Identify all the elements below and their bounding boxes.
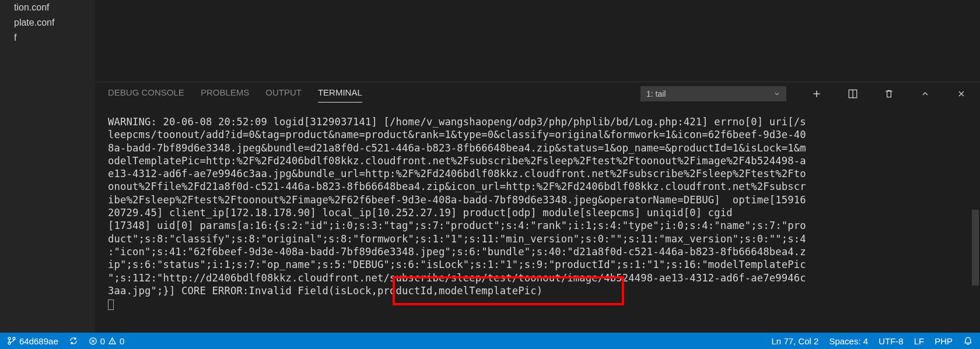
tab-problems[interactable]: PROBLEMS — [201, 85, 249, 102]
file-tree-item[interactable]: tion.conf — [0, 0, 95, 15]
file-label: f — [14, 33, 16, 43]
warning-icon — [108, 337, 117, 346]
terminal-cursor — [108, 299, 114, 310]
terminal-selector-dropdown[interactable]: 1: tail — [640, 86, 786, 101]
file-explorer-sidebar[interactable]: tion.conf plate.conf f — [0, 0, 95, 333]
git-branch-status[interactable]: 64d689ae — [7, 336, 58, 346]
bell-icon — [963, 336, 973, 346]
new-terminal-button[interactable] — [811, 88, 822, 100]
terminal-panel[interactable]: WARNING: 20-06-08 20:52:09 logid[3129037… — [95, 105, 980, 333]
kill-terminal-button[interactable] — [883, 88, 895, 100]
svg-point-7 — [112, 342, 113, 343]
encoding-status[interactable]: UTF-8 — [878, 336, 904, 346]
split-icon — [848, 89, 858, 99]
warning-count: 0 — [120, 336, 124, 346]
git-branch-label: 64d689ae — [19, 336, 58, 346]
svg-point-2 — [8, 337, 10, 340]
file-label: tion.conf — [14, 2, 49, 12]
git-branch-icon — [7, 336, 16, 346]
close-panel-button[interactable] — [956, 88, 967, 100]
cursor-position[interactable]: Ln 77, Col 2 — [772, 336, 819, 346]
tab-output[interactable]: OUTPUT — [265, 85, 302, 102]
tab-debug-console[interactable]: DEBUG CONSOLE — [108, 85, 184, 102]
language-mode[interactable]: PHP — [935, 336, 953, 346]
sync-status[interactable] — [69, 336, 78, 346]
chevron-down-icon — [774, 90, 780, 97]
error-count: 0 — [100, 336, 105, 346]
plus-icon — [811, 89, 822, 99]
terminal-output: WARNING: 20-06-08 20:52:09 logid[3129037… — [108, 115, 967, 310]
status-bar: 64d689ae 0 0 Ln 77, Col 2 Spaces: 4 UTF-… — [0, 333, 980, 349]
split-terminal-button[interactable] — [847, 88, 859, 100]
file-tree-item[interactable]: plate.conf — [0, 15, 95, 30]
error-icon — [89, 337, 97, 346]
file-label: plate.conf — [14, 17, 54, 27]
notifications-button[interactable] — [963, 336, 973, 346]
tab-terminal[interactable]: TERMINAL — [318, 85, 362, 103]
terminal-scrollbar[interactable] — [972, 210, 979, 285]
trash-icon — [884, 89, 894, 99]
editor-viewport[interactable] — [95, 0, 980, 82]
svg-point-4 — [13, 337, 15, 340]
problems-status[interactable]: 0 0 — [89, 336, 125, 346]
close-icon — [957, 89, 966, 98]
panel-tab-bar: DEBUG CONSOLE PROBLEMS OUTPUT TERMINAL 1… — [95, 82, 980, 105]
chevron-up-icon — [921, 89, 930, 98]
sync-icon — [69, 336, 78, 346]
file-tree-item[interactable]: f — [0, 30, 95, 45]
indentation-status[interactable]: Spaces: 4 — [829, 336, 868, 346]
terminal-selector-label: 1: tail — [646, 89, 666, 98]
maximize-panel-button[interactable] — [919, 88, 931, 100]
eol-status[interactable]: LF — [914, 336, 925, 346]
